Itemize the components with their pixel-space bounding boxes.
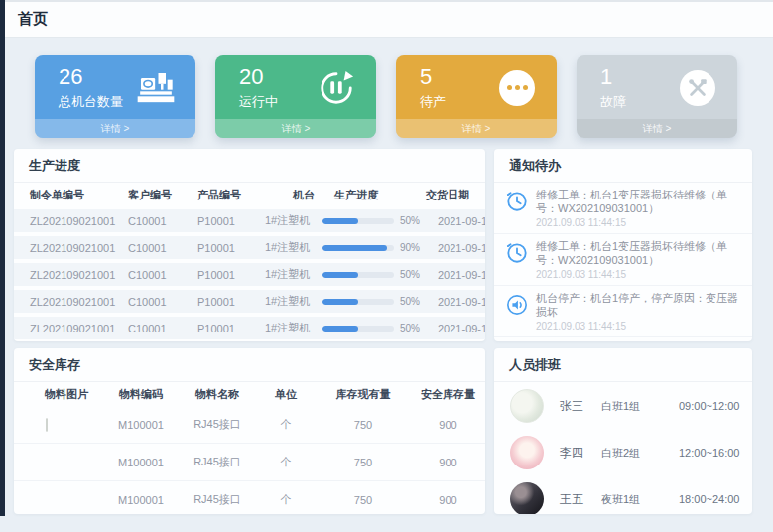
cell-progress: 50% xyxy=(322,296,426,307)
cell-stock-qty: 750 xyxy=(316,419,411,431)
table-row: M100001 RJ45接口 个 750 900 xyxy=(14,406,485,444)
cell-product-no: P10001 xyxy=(197,269,265,281)
progress-track xyxy=(322,326,394,332)
notification-item[interactable]: 维修工单：机台1变压器损坏待维修（单号：WX202109031001） 2021… xyxy=(494,234,752,286)
ellipsis-icon xyxy=(497,68,537,108)
list-item: 张三 白班1组 09:00~12:00 xyxy=(494,383,752,429)
notification-item[interactable]: 计划暂停：机台1生产计划已暂停 2021.09.03 11:44:15 xyxy=(494,337,752,341)
panel-title-production: 生产进度 xyxy=(14,149,485,183)
cell-stock-qty: 750 xyxy=(316,494,411,506)
stat-value: 20 xyxy=(239,65,278,90)
cell-progress: 50% xyxy=(322,269,426,280)
stat-value: 26 xyxy=(59,65,123,90)
dashboard-page: 首页 26 总机台数量 xyxy=(5,0,773,514)
notification-icon xyxy=(506,291,536,332)
cell-stock-qty: 750 xyxy=(316,457,411,468)
table-row: M100001 RJ45接口 个 750 900 xyxy=(14,481,485,514)
table-row: ZL202109021001 C10001 P10001 1#注塑机 90% 2… xyxy=(14,236,485,259)
card-detail-link[interactable]: 详情 > xyxy=(35,119,195,138)
machine-icon xyxy=(136,68,176,108)
person-shift-time: 12:00~16:00 xyxy=(679,447,752,459)
progress-fill xyxy=(322,299,358,305)
card-body: 5 待产 xyxy=(396,55,557,111)
column-header: 物料名称 xyxy=(179,387,256,402)
notification-icon xyxy=(506,239,536,280)
cell-product-no: P10001 xyxy=(197,323,265,334)
progress-track xyxy=(322,272,394,278)
column-header: 安全库存量 xyxy=(411,387,485,402)
cell-customer-no: C10001 xyxy=(128,242,197,254)
cell-product-no: P10001 xyxy=(197,296,265,308)
progress-percent: 50% xyxy=(400,215,420,226)
running-icon xyxy=(317,68,356,108)
card-detail-link[interactable]: 详情 > xyxy=(215,119,376,138)
notification-timestamp: 2021.09.03 11:44:15 xyxy=(536,217,744,228)
cell-customer-no: C10001 xyxy=(128,269,197,281)
avatar xyxy=(510,436,544,469)
production-progress-panel: 生产进度 制令单编号客户编号产品编号机台生产进度交货日期 ZL202109021… xyxy=(14,149,485,341)
speaker-icon xyxy=(506,294,528,316)
stat-card-total-machines[interactable]: 26 总机台数量 详情 > xyxy=(35,55,195,138)
notification-timestamp: 2021.09.03 11:44:15 xyxy=(536,321,744,332)
progress-track xyxy=(322,218,394,224)
cell-product-no: P10001 xyxy=(197,215,265,227)
column-header: 交货日期 xyxy=(426,188,485,202)
column-header: 物料编码 xyxy=(103,387,179,402)
person-name: 王五 xyxy=(544,491,601,508)
person-shift-time: 18:00~24:00 xyxy=(679,493,752,505)
stat-cards-row: 26 总机台数量 详情 > xyxy=(35,55,773,138)
stat-card-pending[interactable]: 5 待产 详情 > xyxy=(396,55,557,138)
cell-progress: 50% xyxy=(322,323,426,333)
stat-card-fault[interactable]: 1 故障 详情 xyxy=(577,55,737,138)
person-shift-group: 白班2组 xyxy=(601,446,679,461)
notification-item[interactable]: 维修工单：机台1变压器损坏待维修（单号：WX202109031001） 2021… xyxy=(494,183,752,234)
column-header: 机台 xyxy=(265,188,322,202)
cell-unit: 个 xyxy=(256,417,316,432)
stat-card-running[interactable]: 20 运行中 详情 > xyxy=(215,55,376,138)
card-body: 1 故障 xyxy=(577,55,737,111)
card-text: 1 故障 xyxy=(600,65,626,111)
cell-safety-qty: 900 xyxy=(411,419,485,431)
notification-item[interactable]: 机台停产：机台1停产，停产原因：变压器损坏 2021.09.03 11:44:1… xyxy=(494,286,752,337)
stat-label: 运行中 xyxy=(239,93,278,111)
cell-unit: 个 xyxy=(256,455,316,469)
panel-title-personnel: 人员排班 xyxy=(494,348,752,382)
progress-percent: 50% xyxy=(400,269,420,280)
progress-percent: 50% xyxy=(400,296,420,307)
notification-icon xyxy=(506,188,536,228)
cell-material-image xyxy=(30,457,103,468)
page-title: 首页 xyxy=(5,10,48,29)
column-header: 单位 xyxy=(256,387,316,402)
cell-delivery-date: 2021-09-10 xyxy=(426,296,485,308)
card-text: 5 待产 xyxy=(420,65,446,111)
cell-delivery-date: 2021-09-10 xyxy=(426,269,485,281)
cell-order-no: ZL202109021001 xyxy=(30,323,128,334)
cell-material-name: RJ45接口 xyxy=(179,417,256,432)
notification-text: 机台停产：机台1停产，停产原因：变压器损坏 xyxy=(536,291,744,319)
avatar xyxy=(510,482,544,514)
cell-order-no: ZL202109021001 xyxy=(30,296,128,308)
table-row: M100001 RJ45接口 个 750 900 xyxy=(14,444,485,481)
personnel-schedule-panel: 人员排班 张三 白班1组 09:00~12:00 李四 白班2组 12:0 xyxy=(494,348,752,514)
stat-label: 待产 xyxy=(420,93,446,111)
material-image xyxy=(46,418,48,432)
cell-customer-no: C10001 xyxy=(128,296,197,308)
progress-track xyxy=(322,299,394,305)
progress-fill xyxy=(322,218,358,224)
table-row: ZL202109021001 C10001 P10001 1#注塑机 50% 2… xyxy=(14,263,485,286)
card-detail-link[interactable]: 详情 > xyxy=(577,119,737,138)
cell-machine: 1#注塑机 xyxy=(265,321,322,335)
cell-order-no: ZL202109021001 xyxy=(30,269,128,281)
personnel-list: 张三 白班1组 09:00~12:00 李四 白班2组 12:00~16:00 xyxy=(494,383,752,514)
cell-material-image xyxy=(30,494,103,506)
person-name: 李四 xyxy=(544,445,601,462)
cell-material-code: M100001 xyxy=(103,494,179,506)
cell-delivery-date: 2021-09-10 xyxy=(426,242,485,254)
cell-customer-no: C10001 xyxy=(128,323,197,334)
notification-content: 维修工单：机台1变压器损坏待维修（单号：WX202109031001） 2021… xyxy=(536,188,744,228)
person-shift-group: 白班1组 xyxy=(601,399,679,414)
cell-safety-qty: 900 xyxy=(411,457,485,468)
card-detail-link[interactable]: 详情 > xyxy=(396,119,557,138)
cell-order-no: ZL202109021001 xyxy=(30,215,128,227)
person-shift-group: 夜班1组 xyxy=(601,492,679,507)
